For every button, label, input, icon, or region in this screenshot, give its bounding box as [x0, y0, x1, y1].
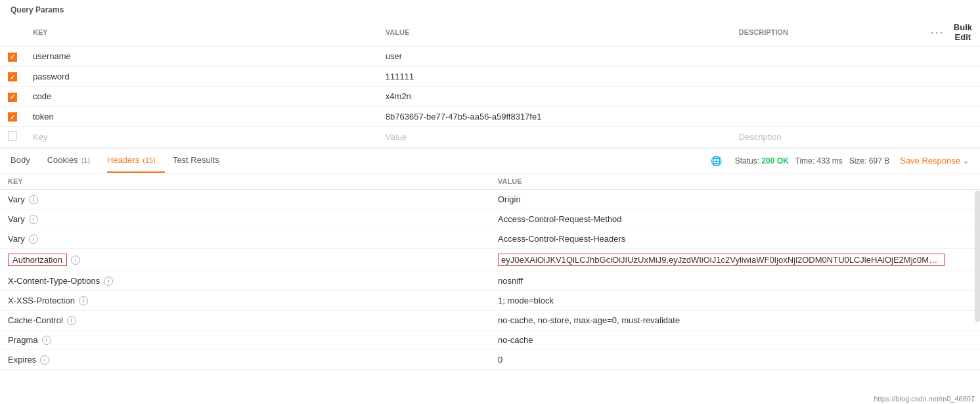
info-icon[interactable]: i: [40, 355, 49, 365]
headers-key-text: Vary: [8, 194, 25, 204]
params-action-cell: [919, 66, 980, 87]
params-checkbox-cell: [0, 47, 25, 67]
headers-table: KEY VALUE Vary i Origin Vary i Access-Co…: [0, 173, 980, 370]
time-value: 433 ms: [816, 156, 842, 166]
params-checkbox-col: [0, 18, 25, 47]
status-ok: 200 OK: [761, 156, 788, 166]
info-icon[interactable]: i: [104, 277, 113, 286]
headers-row: X-Content-Type-Options i nosniff: [0, 271, 980, 291]
params-value-cell: user: [378, 47, 731, 67]
headers-value-text: 0: [498, 355, 502, 365]
info-icon[interactable]: i: [67, 316, 76, 325]
params-row: password 111111: [0, 66, 980, 87]
headers-row: Vary i Origin: [0, 190, 980, 210]
authorization-key: Authorization: [8, 254, 67, 266]
params-table-wrapper: KEY VALUE DESCRIPTION ··· Bulk Edit: [0, 18, 980, 148]
tabs-container: BodyCookies (1)Headers (15)Test Results: [11, 148, 236, 173]
tab-body[interactable]: Body: [11, 148, 39, 173]
headers-value-cell: 0: [490, 350, 980, 370]
info-icon[interactable]: i: [42, 336, 51, 345]
tab-badge: (1): [79, 156, 91, 164]
main-container: Query Params KEY VALUE DESCRIPTION ··· B…: [0, 0, 980, 404]
params-value-header: VALUE: [378, 18, 731, 47]
headers-key-cell: Cache-Control i: [0, 311, 490, 330]
headers-key-header: KEY: [0, 173, 490, 190]
params-checkbox[interactable]: [8, 93, 17, 102]
headers-key-text: X-XSS-Protection: [8, 296, 75, 305]
save-response-button[interactable]: Save Response ⌄: [900, 156, 969, 166]
headers-key-text: Vary: [8, 214, 25, 224]
params-key-cell: username: [25, 47, 378, 67]
key-with-info: Expires i: [8, 355, 482, 365]
headers-value-text: no-cache, no-store, max-age=0, must-reva…: [498, 315, 680, 325]
key-with-info: Cache-Control i: [8, 315, 482, 325]
tab-label: Body: [11, 155, 30, 165]
params-empty-desc[interactable]: Description: [731, 127, 919, 148]
headers-key-cell: Vary i: [0, 190, 490, 210]
size-value: 697 B: [869, 156, 889, 166]
params-desc-cell: [731, 106, 919, 127]
headers-row: Vary i Access-Control-Request-Headers: [0, 229, 980, 249]
bulk-edit-button[interactable]: Bulk Edit: [954, 22, 972, 42]
params-key-header: KEY: [25, 18, 378, 47]
params-checkbox[interactable]: [8, 72, 17, 81]
tab-test-results[interactable]: Test Results: [173, 148, 229, 173]
tabs-right: 🌐 Status: 200 OK Time: 433 ms Size: 697 …: [711, 156, 969, 166]
headers-key-text: Pragma: [8, 335, 38, 345]
key-with-info: X-Content-Type-Options i: [8, 276, 482, 286]
params-empty-checkbox: [0, 127, 25, 148]
key-with-info: Vary i: [8, 214, 482, 224]
headers-key-text: Expires: [8, 355, 36, 365]
tabs-bar: BodyCookies (1)Headers (15)Test Results …: [0, 148, 980, 173]
params-row: username user: [0, 47, 980, 67]
params-desc-cell: [731, 66, 919, 87]
params-desc-cell: [731, 47, 919, 67]
headers-key-text: X-Content-Type-Options: [8, 276, 100, 286]
headers-value-cell: eyJ0eXAiOiJKV1QiLCJhbGciOiJIUzUxMiJ9.eyJ…: [490, 249, 980, 271]
bulk-edit-area: ··· Bulk Edit: [927, 22, 972, 42]
params-row: token 8b763657-be77-47b5-aa56-a59ff8317f…: [0, 106, 980, 127]
tab-label: Headers: [107, 155, 139, 165]
headers-key-cell: Expires i: [0, 350, 490, 370]
headers-value-text: nosniff: [498, 276, 523, 286]
params-action-cell: [919, 106, 980, 127]
bottom-url-bar: https://blog.csdn.net/m0_46807: [869, 393, 981, 404]
params-checkbox-cell: [0, 106, 25, 127]
params-value-cell: 8b763657-be77-47b5-aa56-a59ff8317fe1: [378, 106, 731, 127]
headers-key-cell: Vary i: [0, 229, 490, 249]
headers-row: Cache-Control i no-cache, no-store, max-…: [0, 311, 980, 330]
info-icon[interactable]: i: [79, 296, 88, 305]
params-value-cell: x4m2n: [378, 87, 731, 107]
params-checkbox-cell: [0, 87, 25, 107]
params-checkbox[interactable]: [8, 53, 17, 62]
params-empty-key[interactable]: Key: [25, 127, 378, 148]
status-text: Status: 200 OK Time: 433 ms Size: 697 B: [735, 156, 890, 166]
headers-key-text: Vary: [8, 234, 25, 244]
info-icon[interactable]: i: [29, 235, 38, 244]
tab-cookies[interactable]: Cookies (1): [47, 148, 99, 173]
headers-key-cell: Authorization i: [0, 249, 490, 271]
headers-section: KEY VALUE Vary i Origin Vary i Access-Co…: [0, 173, 980, 370]
info-icon[interactable]: i: [29, 195, 38, 204]
headers-value-header: VALUE: [490, 173, 980, 190]
headers-value-text: 1; mode=block: [498, 296, 554, 305]
params-empty-check[interactable]: [8, 131, 17, 141]
headers-value-cell: Access-Control-Request-Headers: [490, 229, 980, 249]
headers-value-cell: no-cache: [490, 330, 980, 350]
params-row: code x4m2n: [0, 87, 980, 107]
params-checkbox[interactable]: [8, 112, 17, 122]
key-with-info: X-XSS-Protection i: [8, 296, 482, 305]
dots-menu-button[interactable]: ···: [927, 24, 948, 41]
headers-value-cell: no-cache, no-store, max-age=0, must-reva…: [490, 311, 980, 330]
tab-headers[interactable]: Headers (15): [107, 148, 165, 173]
headers-key-cell: X-XSS-Protection i: [0, 291, 490, 311]
params-action-cell: [919, 87, 980, 107]
scrollbar[interactable]: [975, 191, 980, 322]
params-checkbox-cell: [0, 66, 25, 87]
params-key-cell: code: [25, 87, 378, 107]
info-icon[interactable]: i: [29, 215, 38, 224]
section-title: Query Params: [0, 0, 980, 18]
params-value-cell: 111111: [378, 66, 731, 87]
params-empty-value[interactable]: Value: [378, 127, 731, 148]
info-icon[interactable]: i: [71, 256, 80, 265]
